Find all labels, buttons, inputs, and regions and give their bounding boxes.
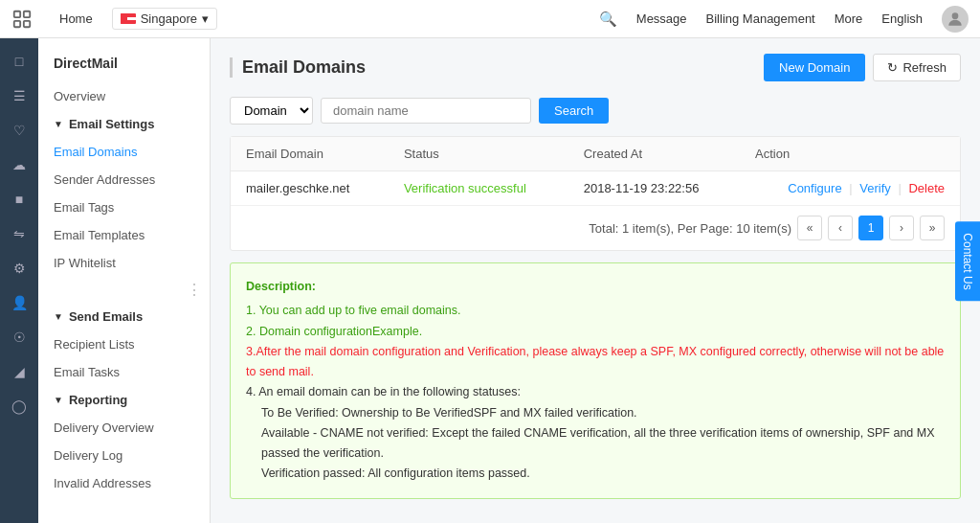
domain-name: mailer.geschke.net: [231, 171, 389, 206]
svg-rect-3: [24, 20, 30, 26]
domain-created-at: 2018-11-19 23:22:56: [568, 171, 740, 206]
flag-icon: [121, 13, 136, 24]
contact-us-tab[interactable]: Contact Us: [955, 221, 980, 301]
desc-line-4: 4. An email domain can be in the followi…: [246, 382, 945, 402]
pagination-summary: Total: 1 item(s), Per Page: 10 item(s): [589, 221, 791, 236]
section-arrow-icon: ▼: [54, 119, 63, 129]
nav-icon-people[interactable]: 👤: [6, 289, 33, 316]
domains-table: Email Domain Status Created At Action ma…: [231, 137, 960, 205]
sidebar-item-overview[interactable]: Overview: [38, 82, 210, 110]
configure-link[interactable]: Configure: [788, 181, 841, 195]
desc-line-5: To Be Verified: Ownership to Be Verified…: [246, 403, 945, 423]
svg-point-4: [952, 12, 959, 19]
description-title: Description:: [246, 277, 945, 297]
billing-management-link[interactable]: Billing Management: [706, 11, 815, 26]
nav-icon-settings[interactable]: ⚙: [6, 255, 33, 282]
sidebar-item-email-tasks[interactable]: Email Tasks: [38, 358, 210, 386]
page-title: Email Domains: [230, 57, 366, 78]
col-header-domain: Email Domain: [231, 137, 389, 171]
prev-page-button[interactable]: ‹: [828, 216, 853, 240]
col-header-action: Action: [740, 137, 960, 171]
desc-line-3: 3.After the mail domain configuration an…: [246, 342, 945, 383]
nav-icon-arrows[interactable]: ⇋: [6, 220, 33, 247]
sidebar-item-delivery-log[interactable]: Delivery Log: [38, 442, 210, 469]
nav-icon-circle[interactable]: ◯: [6, 393, 33, 420]
table-row: mailer.geschke.net Verification successf…: [231, 171, 960, 206]
first-page-button[interactable]: «: [797, 216, 822, 240]
new-domain-button[interactable]: New Domain: [764, 54, 865, 81]
search-bar: Domain Search: [230, 97, 961, 125]
more-link[interactable]: More: [835, 11, 863, 26]
sidebar-item-email-domains[interactable]: Email Domains: [38, 138, 210, 166]
message-link[interactable]: Message: [636, 11, 687, 26]
col-header-created: Created At: [568, 137, 740, 171]
section-arrow-icon-2: ▼: [54, 311, 63, 322]
domain-filter-select[interactable]: Domain: [230, 97, 313, 125]
svg-rect-2: [14, 20, 20, 26]
sidebar-item-delivery-overview[interactable]: Delivery Overview: [38, 414, 210, 442]
page-header-actions: New Domain ↻ Refresh: [764, 54, 961, 81]
app-logo: [11, 9, 33, 30]
nav-icon-globe[interactable]: ☉: [6, 324, 33, 351]
sidebar-section-email-settings[interactable]: ▼ Email Settings: [38, 110, 210, 138]
description-box: Description: 1. You can add up to five e…: [230, 262, 961, 499]
sidebar-section-send-label: Send Emails: [69, 309, 143, 324]
desc-line-1: 1. You can add up to five email domains.: [246, 301, 945, 321]
nav-icon-list[interactable]: ☰: [6, 82, 33, 109]
desc-line-7: Verification passed: All configuration i…: [246, 464, 945, 484]
sidebar-app-title: DirectMail: [38, 48, 210, 82]
current-page-button[interactable]: 1: [858, 216, 883, 240]
sidebar-item-ip-whitelist[interactable]: IP Whitelist: [38, 249, 210, 277]
nav-icon-bell[interactable]: ♡: [6, 117, 33, 144]
sidebar-section-label: Email Settings: [69, 117, 155, 131]
search-icon[interactable]: 🔍: [599, 11, 617, 28]
resize-handle[interactable]: ⋮: [187, 281, 202, 299]
refresh-icon: ↻: [887, 60, 898, 75]
sidebar-section-reporting[interactable]: ▼ Reporting: [38, 386, 210, 414]
verify-link[interactable]: Verify: [859, 181, 891, 195]
domain-actions: Configure | Verify | Delete: [740, 171, 960, 206]
sidebar-item-invalid-addresses[interactable]: Invalid Addresses: [38, 469, 210, 497]
col-header-status: Status: [389, 137, 568, 171]
last-page-button[interactable]: »: [920, 216, 945, 240]
nav-icon-grid[interactable]: □: [6, 48, 33, 75]
region-label: Singapore: [141, 11, 197, 26]
top-navigation: Home Singapore ▾ 🔍 Message Billing Manag…: [0, 0, 980, 38]
sidebar-item-sender-addresses[interactable]: Sender Addresses: [38, 166, 210, 193]
section-arrow-icon-3: ▼: [54, 395, 63, 405]
home-link[interactable]: Home: [59, 11, 93, 26]
sidebar-item-email-tags[interactable]: Email Tags: [38, 193, 210, 221]
sidebar-item-recipient-lists[interactable]: Recipient Lists: [38, 330, 210, 358]
delete-link[interactable]: Delete: [908, 181, 945, 195]
domain-search-input[interactable]: [321, 98, 531, 124]
nav-icon-chart[interactable]: ◢: [6, 358, 33, 385]
region-dropdown-icon: ▾: [202, 11, 209, 26]
status-badge: Verification successful: [404, 181, 526, 195]
nav-sidebar: DirectMail Overview ▼ Email Settings Ema…: [38, 38, 211, 523]
desc-line-2: 2. Domain configurationExample.: [246, 322, 945, 342]
nav-icon-server[interactable]: ■: [6, 186, 33, 213]
action-divider-2: |: [898, 181, 901, 195]
sidebar-item-email-templates[interactable]: Email Templates: [38, 221, 210, 249]
svg-rect-0: [14, 11, 20, 16]
refresh-button[interactable]: ↻ Refresh: [873, 54, 961, 81]
svg-rect-1: [24, 11, 30, 16]
search-button[interactable]: Search: [539, 98, 609, 124]
email-domains-table: Email Domain Status Created At Action ma…: [230, 136, 961, 251]
next-page-button[interactable]: ›: [889, 216, 914, 240]
action-divider-1: |: [849, 181, 852, 195]
region-selector[interactable]: Singapore ▾: [112, 8, 217, 30]
sidebar-section-reporting-label: Reporting: [69, 393, 127, 407]
desc-line-6: Available - CNAME not verified: Except t…: [246, 423, 945, 465]
nav-icon-cloud[interactable]: ☁: [6, 151, 33, 178]
user-avatar[interactable]: [942, 6, 969, 33]
icon-sidebar: □ ☰ ♡ ☁ ■ ⇋ ⚙ 👤 ☉ ◢ ◯: [0, 38, 38, 523]
sidebar-section-send-emails[interactable]: ▼ Send Emails: [38, 303, 210, 330]
page-header: Email Domains New Domain ↻ Refresh: [230, 54, 961, 81]
main-content: Email Domains New Domain ↻ Refresh Domai…: [211, 38, 980, 523]
pagination: Total: 1 item(s), Per Page: 10 item(s) «…: [231, 205, 960, 250]
language-selector[interactable]: English: [881, 11, 923, 26]
domain-status: Verification successful: [389, 171, 568, 206]
